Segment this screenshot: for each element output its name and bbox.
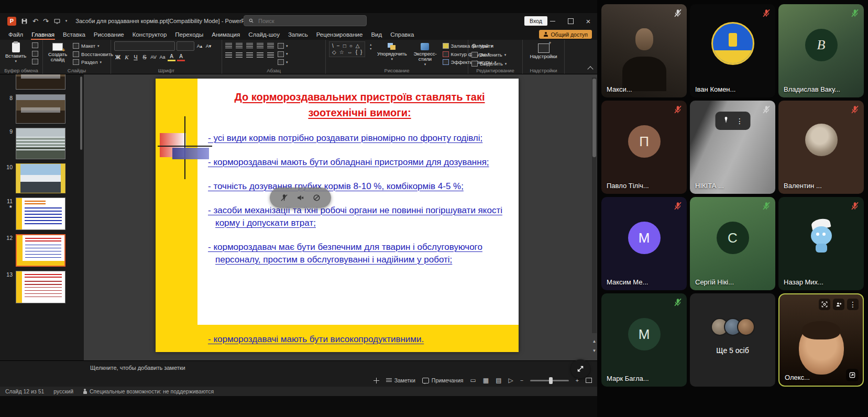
format-painter-icon[interactable]: [32, 59, 38, 64]
tab-animations[interactable]: Анимация: [207, 29, 244, 40]
tab-help[interactable]: Справка: [386, 29, 418, 40]
tab-file[interactable]: Файл: [4, 29, 27, 40]
shape-line-icon[interactable]: \: [332, 43, 334, 49]
increase-indent-icon[interactable]: [257, 43, 263, 49]
thumbnail-image[interactable]: [16, 128, 65, 159]
thumbnail-slide-12[interactable]: 12: [0, 232, 84, 269]
slide-indicator[interactable]: Слайд 12 из 51: [5, 388, 44, 394]
previous-slide-icon[interactable]: ▲: [591, 338, 597, 345]
quick-styles-button[interactable]: Экспресс-стили ▾: [411, 41, 438, 67]
thumbnail-slide-11[interactable]: 11★: [0, 195, 84, 232]
slide-bullet[interactable]: - кормороздавачі мають бути високопродук…: [208, 334, 512, 345]
customize-toolbar-icon[interactable]: ▾: [65, 19, 68, 23]
new-slide-button[interactable]: Создать слайд: [46, 41, 69, 63]
tab-slideshow[interactable]: Слайд-шоу: [244, 29, 284, 40]
slide-sorter-view-button[interactable]: ▦: [483, 377, 489, 384]
shape-diamond-icon[interactable]: ◇: [332, 50, 336, 55]
shapes-gallery[interactable]: \ − □ ○ △ ◇ ☆ ⇔ { }: [329, 41, 365, 57]
thumbnail-image[interactable]: [16, 234, 65, 267]
numbering-icon[interactable]: [236, 43, 243, 49]
restore-button[interactable]: [562, 13, 579, 29]
slide-bullet[interactable]: - точність дозування грубих кормів 8-10 …: [208, 180, 511, 193]
notes-pane[interactable]: Щелкните, чтобы добавить заметки: [0, 360, 597, 374]
layout-button[interactable]: Макет▾: [73, 42, 113, 49]
participant-tile[interactable]: M Максим Ме...: [601, 197, 687, 290]
self-view-tile[interactable]: ⋮ Олекс...: [778, 293, 864, 387]
participant-tile[interactable]: B Владислав Ваку...: [778, 4, 864, 97]
block-icon[interactable]: [312, 193, 321, 202]
thumbnail-slide-9[interactable]: 9: [0, 126, 84, 161]
save-icon[interactable]: [21, 18, 28, 25]
tab-home[interactable]: Главная: [27, 29, 59, 40]
slide-bullet[interactable]: - кормороздавач має бути безпечним для т…: [208, 241, 511, 266]
zoom-out-button[interactable]: −: [520, 377, 523, 383]
font-name-select[interactable]: [114, 41, 175, 51]
columns-icon[interactable]: [267, 52, 274, 58]
thumbnail-image[interactable]: [16, 197, 65, 230]
notes-toggle-button[interactable]: Заметки: [386, 377, 415, 383]
tab-insert[interactable]: Вставка: [59, 29, 90, 40]
slide-scrollbar[interactable]: [592, 78, 597, 333]
slide-bullet[interactable]: - усі види кормів потрібно роздавати рів…: [208, 132, 511, 145]
reset-button[interactable]: Восстановить: [73, 51, 113, 58]
zoom-slider-thumb[interactable]: [549, 377, 553, 384]
tab-view[interactable]: Вид: [367, 29, 386, 40]
fit-to-window-icon[interactable]: [586, 378, 592, 383]
thumbnail-slide-13[interactable]: 13: [0, 269, 84, 305]
line-spacing-icon[interactable]: [267, 43, 274, 49]
normal-view-button[interactable]: ▭: [470, 377, 476, 384]
thumbnail-slide-8[interactable]: 8: [0, 92, 84, 126]
accessibility-status[interactable]: Специальные возможности: не поддерживают…: [83, 388, 214, 394]
bullets-icon[interactable]: [225, 43, 232, 49]
align-left-icon[interactable]: [225, 52, 232, 58]
participant-tile[interactable]: C Сергій Нікі...: [690, 197, 775, 290]
shape-minus-icon[interactable]: −: [337, 43, 340, 49]
italic-button[interactable]: К: [123, 53, 130, 61]
text-direction-button[interactable]: ▾: [278, 42, 288, 49]
add-person-icon[interactable]: [833, 299, 844, 310]
tab-review[interactable]: Рецензирование: [312, 29, 367, 40]
shape-ellipse-icon[interactable]: ○: [349, 43, 353, 49]
thumbnail-image[interactable]: [16, 163, 65, 193]
collapse-ribbon-icon[interactable]: [587, 66, 593, 72]
change-case-button[interactable]: Aa: [159, 53, 166, 61]
language-indicator[interactable]: русский: [53, 388, 73, 394]
share-button[interactable]: Общий доступ: [539, 30, 592, 39]
tab-draw[interactable]: Рисование: [90, 29, 128, 40]
font-size-select[interactable]: [177, 41, 194, 51]
participant-tile[interactable]: ⋮ НІКІТА ...: [690, 101, 775, 194]
close-button[interactable]: ×: [579, 13, 597, 29]
justify-icon[interactable]: [257, 52, 263, 58]
char-spacing-button[interactable]: AV: [150, 53, 157, 61]
decrease-indent-icon[interactable]: [246, 43, 253, 49]
pin-icon[interactable]: [722, 116, 730, 126]
shape-brace-right-icon[interactable]: }: [360, 50, 362, 55]
replace-button[interactable]: Заменить▾: [471, 51, 506, 58]
shrink-font-icon[interactable]: A▾: [205, 42, 212, 50]
copy-icon[interactable]: [32, 51, 38, 57]
thumbnail-scrollbar[interactable]: [80, 76, 82, 150]
search-input[interactable]: [244, 15, 367, 26]
participant-tile[interactable]: Іван Комен...: [690, 4, 775, 97]
thumbnail-image[interactable]: [16, 94, 65, 124]
find-button[interactable]: Найти: [471, 42, 493, 49]
minimize-button[interactable]: [544, 13, 562, 29]
shape-triangle-icon[interactable]: △: [356, 43, 360, 49]
bold-button[interactable]: Ж: [114, 53, 122, 61]
slideshow-icon[interactable]: [53, 18, 61, 25]
underline-button[interactable]: Ч: [132, 53, 139, 61]
align-right-icon[interactable]: [246, 52, 253, 58]
thumbnail-slide-7-partial[interactable]: [0, 74, 84, 92]
shape-brace-left-icon[interactable]: {: [356, 50, 357, 55]
more-options-icon[interactable]: ⋮: [847, 299, 859, 310]
tab-transitions[interactable]: Переходы: [171, 29, 207, 40]
shapes-scroll[interactable]: ▴▾: [369, 41, 372, 51]
zoom-slider[interactable]: [530, 380, 569, 381]
overflow-participants-tile[interactable]: Ще 5 осіб: [690, 293, 775, 387]
more-options-icon[interactable]: ⋮: [736, 118, 743, 124]
tab-record[interactable]: Запись: [284, 29, 312, 40]
undo-icon[interactable]: ↶: [32, 18, 38, 25]
tab-design[interactable]: Конструктор: [128, 29, 171, 40]
next-slide-icon[interactable]: ▼: [591, 347, 597, 354]
select-button[interactable]: Выделить▾: [471, 60, 507, 67]
